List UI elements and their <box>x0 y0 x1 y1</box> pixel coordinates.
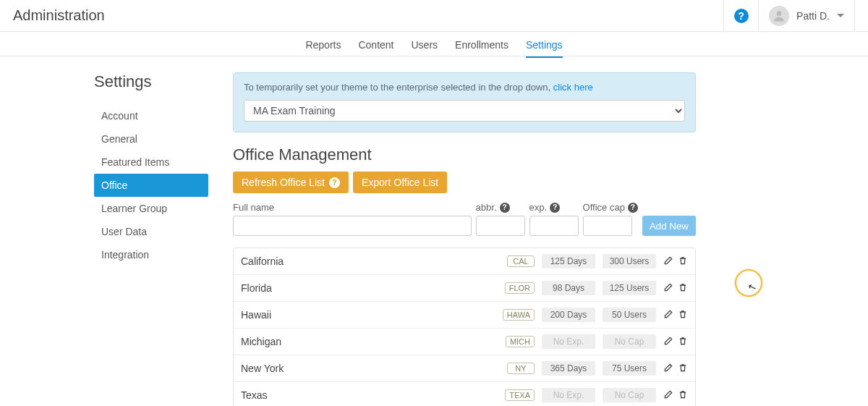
main-nav: ReportsContentUsersEnrollmentsSettings <box>0 32 868 56</box>
cap-input[interactable] <box>583 216 632 236</box>
nav-item-enrollments[interactable]: Enrollments <box>455 39 509 56</box>
theme-select[interactable]: MA Exam Training <box>244 100 685 122</box>
office-exp: 365 Days <box>542 361 595 376</box>
edit-icon[interactable] <box>663 389 673 402</box>
help-icon: ? <box>734 9 749 23</box>
sidebar-item-learner-group[interactable]: Learner Group <box>94 197 208 220</box>
add-button[interactable]: Add New <box>642 216 696 236</box>
office-cap: 75 Users <box>603 361 656 376</box>
office-abbr: NY <box>507 363 535 374</box>
main: Settings AccountGeneralFeatured ItemsOff… <box>0 56 868 406</box>
row-actions <box>663 309 688 321</box>
help-icon[interactable]: ? <box>550 203 560 213</box>
refresh-button[interactable]: Refresh Office List ? <box>233 172 349 193</box>
sidebar-item-general[interactable]: General <box>94 127 208 151</box>
action-buttons: Refresh Office List ? Export Office List <box>233 172 696 193</box>
chevron-down-icon <box>837 14 844 17</box>
banner-text: To temporarily set your theme to the ent… <box>244 82 685 93</box>
sidebar-item-office[interactable]: Office <box>94 174 208 197</box>
fullname-col: Full name <box>233 202 472 236</box>
cap-col: Office cap? <box>583 202 638 236</box>
office-row: MichiganMICHNo Exp.No Cap <box>234 329 695 355</box>
banner-link[interactable]: click here <box>553 82 593 93</box>
content: To temporarily set your theme to the ent… <box>233 72 696 406</box>
office-row: FloridaFLOR98 Days125 Users <box>234 275 695 302</box>
sidebar-item-integration[interactable]: Integration <box>94 243 208 266</box>
edit-icon[interactable] <box>663 336 673 348</box>
help-icon[interactable]: ? <box>500 203 510 213</box>
avatar <box>769 6 789 26</box>
office-name: New York <box>241 363 500 374</box>
sidebar-item-account[interactable]: Account <box>94 104 208 127</box>
trash-icon[interactable] <box>678 389 688 402</box>
row-actions <box>663 389 688 402</box>
abbr-input[interactable] <box>476 216 525 236</box>
trash-icon[interactable] <box>678 309 688 321</box>
sidebar-item-featured-items[interactable]: Featured Items <box>94 151 208 174</box>
office-exp: 125 Days <box>542 254 595 268</box>
edit-icon[interactable] <box>663 309 673 321</box>
office-exp: No Exp. <box>542 334 595 349</box>
nav-item-settings[interactable]: Settings <box>526 39 563 58</box>
office-row: HawaiiHAWA200 Days50 Users <box>234 302 695 329</box>
office-exp: 98 Days <box>542 281 595 295</box>
office-abbr: MICH <box>506 336 535 347</box>
office-abbr: CAL <box>507 255 535 267</box>
trash-icon[interactable] <box>678 363 688 375</box>
cap-label: Office cap? <box>583 202 638 213</box>
theme-banner: To temporarily set your theme to the ent… <box>233 72 696 132</box>
row-actions <box>663 255 688 268</box>
office-abbr: FLOR <box>505 282 535 294</box>
exp-label: exp.? <box>529 202 579 213</box>
section-title: Office Management <box>233 145 696 164</box>
office-name: Texas <box>241 389 498 401</box>
topbar-right: ? Patti D. <box>723 0 855 32</box>
sidebar-item-user-data[interactable]: User Data <box>94 220 208 243</box>
refresh-label: Refresh Office List <box>242 177 325 188</box>
office-list: CaliforniaCAL125 Days300 UsersFloridaFLO… <box>233 248 696 406</box>
export-label: Export Office List <box>362 177 438 188</box>
sidebar-title: Settings <box>94 72 208 91</box>
edit-icon[interactable] <box>663 363 673 375</box>
trash-icon[interactable] <box>678 255 688 268</box>
office-row: TexasTEXANo Exp.No Cap <box>234 382 695 406</box>
office-name: Michigan <box>241 336 498 347</box>
fullname-label: Full name <box>233 202 472 213</box>
nav-item-users[interactable]: Users <box>412 39 438 56</box>
office-cap: 125 Users <box>603 281 656 295</box>
banner-prefix: To temporarily set your theme to the ent… <box>244 82 550 93</box>
office-cap: No Cap <box>603 334 656 349</box>
office-row: New YorkNY365 Days75 Users <box>234 355 695 382</box>
page-title: Administration <box>13 7 723 24</box>
row-actions <box>663 282 688 295</box>
row-actions <box>663 363 688 375</box>
exp-col: exp.? <box>529 202 579 236</box>
edit-icon[interactable] <box>663 255 673 268</box>
trash-icon[interactable] <box>678 282 688 295</box>
user-name: Patti D. <box>796 10 830 22</box>
abbr-col: abbr.? <box>476 202 525 236</box>
row-actions <box>663 336 688 348</box>
office-abbr: HAWA <box>503 309 535 321</box>
trash-icon[interactable] <box>678 336 688 348</box>
office-cap: 50 Users <box>603 308 656 322</box>
office-name: Hawaii <box>241 309 495 321</box>
nav-item-reports[interactable]: Reports <box>305 39 341 56</box>
office-name: Florida <box>241 282 498 294</box>
abbr-label: abbr.? <box>476 202 525 213</box>
office-exp: 200 Days <box>542 308 595 322</box>
office-cap: 300 Users <box>603 254 656 268</box>
fullname-input[interactable] <box>233 216 472 236</box>
user-menu[interactable]: Patti D. <box>758 0 855 32</box>
edit-icon[interactable] <box>663 282 673 295</box>
svg-point-0 <box>777 11 782 16</box>
office-abbr: TEXA <box>505 389 535 401</box>
sidebar: Settings AccountGeneralFeatured ItemsOff… <box>94 72 208 406</box>
office-exp: No Exp. <box>542 388 595 402</box>
help-icon[interactable]: ? <box>628 203 638 213</box>
office-row: CaliforniaCAL125 Days300 Users <box>234 248 695 275</box>
export-button[interactable]: Export Office List <box>353 172 447 193</box>
help-button[interactable]: ? <box>723 0 758 32</box>
exp-input[interactable] <box>529 216 579 236</box>
nav-item-content[interactable]: Content <box>358 39 393 56</box>
